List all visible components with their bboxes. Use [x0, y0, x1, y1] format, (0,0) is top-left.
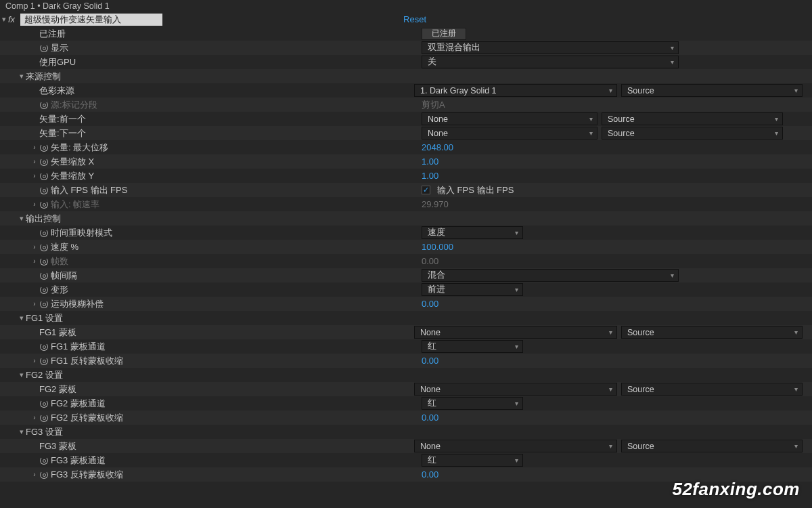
- dropdown[interactable]: None▾: [422, 112, 597, 125]
- twirl-icon[interactable]: ▾: [18, 214, 26, 223]
- property-label: 显示: [51, 42, 68, 54]
- stopwatch-icon[interactable]: [39, 299, 48, 308]
- dropdown[interactable]: 双重混合输出▾: [422, 41, 679, 54]
- dropdown[interactable]: Source▾: [621, 84, 803, 97]
- label-column: 使用GPU: [0, 55, 422, 69]
- registered-button[interactable]: 已注册: [422, 28, 466, 40]
- expand-arrow-icon[interactable]: ›: [31, 158, 38, 165]
- expand-arrow-icon[interactable]: ›: [31, 200, 38, 208]
- dropdown[interactable]: 红▾: [422, 454, 523, 467]
- dropdown[interactable]: None▾: [414, 440, 617, 452]
- value-column: 0.00: [422, 254, 812, 268]
- value-column: 29.970: [422, 197, 812, 211]
- effect-name[interactable]: 超级慢动作变速矢量输入: [20, 14, 162, 26]
- property-label: 输入: 帧速率: [51, 198, 99, 211]
- stopwatch-icon[interactable]: [39, 413, 48, 422]
- value-column: 红▾: [422, 453, 812, 467]
- twirl-icon[interactable]: ▾: [18, 427, 26, 436]
- twirl-icon[interactable]: ▾: [18, 371, 26, 379]
- stopwatch-icon[interactable]: [39, 470, 48, 479]
- expand-arrow-icon[interactable]: ›: [31, 243, 38, 251]
- stopwatch-icon[interactable]: [39, 143, 48, 152]
- chevron-down-icon: ▾: [671, 272, 674, 279]
- chevron-down-icon: ▾: [609, 87, 612, 94]
- fx-icon[interactable]: fx: [8, 14, 20, 24]
- dropdown[interactable]: Source▾: [602, 112, 783, 125]
- stopwatch-icon[interactable]: [39, 186, 48, 194]
- expand-arrow-icon[interactable]: ›: [31, 257, 38, 265]
- dropdown[interactable]: None▾: [414, 326, 617, 339]
- numeric-value[interactable]: 100.000: [422, 242, 453, 252]
- stopwatch-icon[interactable]: [39, 242, 48, 251]
- label-column: ▾FG1 设置: [0, 311, 422, 325]
- dropdown[interactable]: None▾: [414, 383, 617, 396]
- expand-arrow-icon[interactable]: ›: [31, 414, 38, 421]
- property-label: 源:标记分段: [51, 99, 97, 111]
- expand-arrow-icon[interactable]: ›: [31, 357, 38, 364]
- effect-twirl-icon[interactable]: ▾: [0, 15, 8, 24]
- chevron-down-icon: ▾: [589, 115, 593, 123]
- label-column: FG3 蒙板: [0, 439, 414, 453]
- dropdown[interactable]: Source▾: [602, 127, 783, 140]
- dropdown[interactable]: Source▾: [621, 440, 803, 452]
- expand-arrow-icon[interactable]: ›: [31, 144, 38, 151]
- dropdown[interactable]: 关▾: [422, 56, 679, 68]
- dropdown[interactable]: 速度▾: [422, 226, 523, 239]
- stopwatch-icon[interactable]: [39, 285, 48, 294]
- property-label: FG1 蒙板通道: [51, 341, 106, 353]
- chevron-down-icon: ▾: [515, 457, 518, 464]
- numeric-value[interactable]: 1.00: [422, 156, 438, 167]
- numeric-value[interactable]: 0.00: [422, 469, 438, 480]
- stopwatch-icon[interactable]: [39, 271, 48, 280]
- checkbox[interactable]: [422, 186, 430, 194]
- property-label: 已注册: [39, 28, 66, 40]
- label-column: FG1 蒙板: [0, 325, 414, 339]
- dropdown[interactable]: None▾: [422, 127, 597, 140]
- effect-header: ▾ fx 超级慢动作变速矢量输入 Reset: [0, 12, 812, 26]
- stopwatch-icon[interactable]: [39, 356, 48, 365]
- dropdown[interactable]: 1. Dark Gray Solid 1▾: [414, 84, 617, 97]
- composition-title: Comp 1 • Dark Gray Solid 1: [0, 0, 812, 12]
- stopwatch-icon[interactable]: [39, 43, 48, 52]
- dropdown[interactable]: 红▾: [422, 397, 523, 410]
- dropdown[interactable]: Source▾: [621, 383, 803, 396]
- property-row: ›速度 %100.000: [0, 240, 812, 254]
- property-label: 矢量:前一个: [39, 113, 86, 125]
- label-column: ▾来源控制: [0, 69, 422, 83]
- stopwatch-icon[interactable]: [39, 171, 48, 180]
- numeric-value[interactable]: 0.00: [422, 356, 438, 366]
- numeric-value[interactable]: 0.00: [422, 412, 438, 423]
- expand-arrow-icon[interactable]: ›: [31, 300, 38, 308]
- numeric-value[interactable]: 1.00: [422, 171, 438, 181]
- numeric-value[interactable]: 0.00: [422, 299, 438, 309]
- reset-link[interactable]: Reset: [403, 14, 426, 24]
- dropdown[interactable]: 红▾: [422, 340, 523, 353]
- value-column: 0.00: [422, 410, 812, 425]
- label-column: 时间重映射模式: [0, 226, 422, 240]
- label-column: ›FG3 反转蒙板收缩: [0, 467, 422, 482]
- twirl-icon[interactable]: ▾: [18, 314, 26, 322]
- dropdown[interactable]: 前进▾: [422, 283, 523, 296]
- stopwatch-icon[interactable]: [39, 342, 48, 351]
- stopwatch-icon[interactable]: [39, 257, 48, 266]
- stopwatch-icon[interactable]: [39, 200, 48, 209]
- dropdown[interactable]: 混合▾: [422, 269, 679, 282]
- twirl-icon[interactable]: ▾: [18, 72, 26, 81]
- dropdown-value: None: [428, 129, 448, 138]
- dropdown[interactable]: Source▾: [621, 326, 803, 339]
- property-row: ›矢量: 最大位移2048.00: [0, 140, 812, 154]
- chevron-down-icon: ▾: [515, 400, 518, 407]
- stopwatch-icon[interactable]: [39, 100, 48, 109]
- property-label: FG2 蒙板: [39, 383, 76, 396]
- expand-arrow-icon[interactable]: ›: [31, 172, 38, 179]
- property-label: 变形: [51, 284, 68, 296]
- stopwatch-icon[interactable]: [39, 228, 48, 237]
- expand-arrow-icon[interactable]: ›: [31, 471, 38, 478]
- stopwatch-icon[interactable]: [39, 157, 48, 166]
- stopwatch-icon[interactable]: [39, 399, 48, 408]
- property-label: 矢量: 最大位移: [51, 142, 108, 154]
- property-label: FG2 蒙板通道: [51, 398, 106, 410]
- numeric-value[interactable]: 2048.00: [422, 142, 453, 152]
- stopwatch-icon[interactable]: [39, 456, 48, 465]
- value-column: 1.00: [422, 154, 812, 169]
